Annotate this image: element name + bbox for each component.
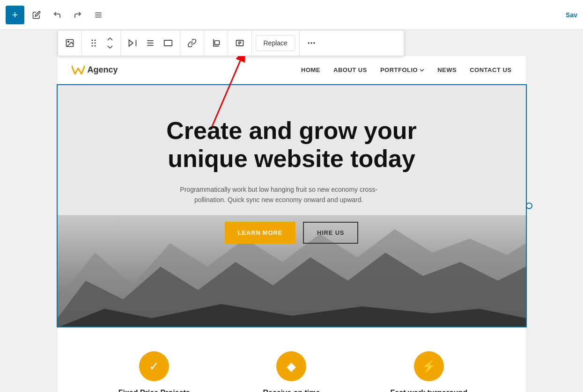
edit-button[interactable] bbox=[28, 7, 45, 23]
replace-button[interactable]: Replace bbox=[256, 35, 295, 51]
image-toolbar: Replace bbox=[58, 30, 404, 56]
svg-point-9 bbox=[91, 45, 93, 47]
redo-button[interactable] bbox=[69, 7, 86, 23]
svg-point-5 bbox=[91, 40, 93, 41]
site-frame: Replace bbox=[58, 30, 526, 392]
move-up-button[interactable] bbox=[103, 35, 117, 43]
toolbar-replace-group: Replace bbox=[252, 30, 300, 56]
toolbar-more-group bbox=[300, 30, 323, 56]
menu-button[interactable] bbox=[90, 7, 107, 23]
nav-links: HOME ABOUT US PORTFOLIO NEWS CONTACT US bbox=[301, 66, 512, 73]
site-navigation: Agency HOME ABOUT US PORTFOLIO NEWS CONT… bbox=[58, 56, 526, 84]
feature-item-1: ✓ Fixed Price Projects bbox=[89, 351, 220, 392]
hero-content: Create and grow your unique website toda… bbox=[166, 117, 417, 244]
align-left-button[interactable] bbox=[125, 35, 140, 51]
save-button[interactable]: Sav bbox=[566, 11, 577, 19]
hero-buttons: LEARN MORE HIRE US bbox=[166, 222, 417, 244]
hero-subtitle: Programmatically work but low hanging fr… bbox=[166, 184, 391, 205]
toolbar-align-group bbox=[121, 30, 180, 56]
learn-more-button[interactable]: LEARN MORE bbox=[225, 222, 295, 244]
crop-button[interactable] bbox=[208, 35, 224, 51]
hero-section: Create and grow your unique website toda… bbox=[58, 84, 526, 327]
align-center-button[interactable] bbox=[142, 35, 158, 51]
feature-title-2: Receive on time bbox=[263, 389, 320, 392]
plus-icon: + bbox=[12, 9, 18, 21]
move-down-button[interactable] bbox=[103, 44, 117, 51]
feature-title-3: Fast work turnaround bbox=[391, 389, 467, 392]
more-options-button[interactable] bbox=[303, 35, 319, 51]
feature-title-1: Fixed Price Projects bbox=[118, 389, 190, 392]
toolbar-left: + bbox=[6, 6, 107, 24]
toolbar-crop-group bbox=[204, 30, 228, 56]
logo-text: Agency bbox=[88, 65, 118, 75]
image-type-button[interactable] bbox=[62, 35, 78, 51]
link-button[interactable] bbox=[184, 35, 200, 51]
svg-rect-17 bbox=[214, 41, 219, 44]
canvas-area: Replace bbox=[0, 30, 583, 392]
toolbar-link-group bbox=[180, 30, 204, 56]
svg-marker-11 bbox=[129, 40, 133, 46]
wide-button[interactable] bbox=[160, 35, 176, 51]
site-logo: Agency bbox=[72, 65, 118, 75]
svg-point-22 bbox=[308, 42, 309, 44]
svg-point-4 bbox=[67, 41, 69, 43]
svg-point-8 bbox=[94, 43, 96, 44]
nav-contact[interactable]: CONTACT US bbox=[470, 66, 511, 73]
svg-point-23 bbox=[310, 42, 312, 44]
features-section: ✓ Fixed Price Projects ◆ Receive on time… bbox=[58, 327, 526, 392]
feature-item-3: ⚡ Fast work turnaround bbox=[363, 351, 494, 392]
undo-button[interactable] bbox=[49, 7, 66, 23]
hero-title: Create and grow your unique website toda… bbox=[166, 117, 417, 173]
text-overlay-button[interactable] bbox=[232, 35, 248, 51]
feature-icon-diamond: ◆ bbox=[276, 351, 306, 381]
svg-point-24 bbox=[313, 42, 315, 44]
hire-us-button[interactable]: HIRE US bbox=[303, 222, 358, 244]
svg-point-10 bbox=[94, 45, 96, 47]
resize-handle[interactable] bbox=[526, 203, 532, 209]
add-block-button[interactable]: + bbox=[6, 6, 24, 24]
nav-home[interactable]: HOME bbox=[301, 66, 320, 73]
toolbar-move-group bbox=[82, 30, 121, 56]
toolbar-image-group bbox=[58, 30, 82, 56]
feature-icon-checkmark: ✓ bbox=[139, 351, 169, 381]
nav-news[interactable]: NEWS bbox=[437, 66, 457, 73]
nav-portfolio[interactable]: PORTFOLIO bbox=[380, 66, 424, 73]
drag-handle-button[interactable] bbox=[86, 35, 102, 51]
svg-point-7 bbox=[91, 43, 93, 44]
feature-item-2: ◆ Receive on time bbox=[226, 351, 357, 392]
feature-icon-lightning: ⚡ bbox=[414, 351, 444, 381]
svg-rect-16 bbox=[164, 40, 172, 46]
logo-icon bbox=[72, 65, 85, 75]
nav-about[interactable]: ABOUT US bbox=[333, 66, 367, 73]
top-toolbar: + Sav bbox=[0, 0, 583, 30]
toolbar-text-group bbox=[228, 30, 252, 56]
svg-point-6 bbox=[94, 40, 96, 41]
